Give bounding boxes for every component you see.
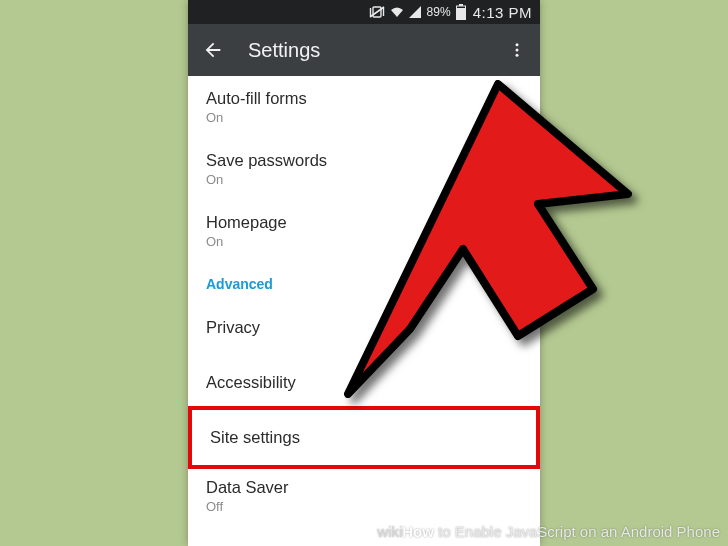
battery-percent: 89% bbox=[427, 5, 451, 19]
watermark: wikiHow to Enable JavaScript on an Andro… bbox=[377, 523, 720, 540]
battery-icon bbox=[456, 4, 466, 20]
signal-icon bbox=[408, 5, 422, 19]
section-advanced: Advanced bbox=[188, 262, 540, 300]
setting-title: Save passwords bbox=[206, 151, 522, 170]
setting-title: Auto-fill forms bbox=[206, 89, 522, 108]
vibrate-icon bbox=[368, 5, 386, 19]
setting-title: Data Saver bbox=[206, 478, 522, 497]
watermark-text: to Enable JavaScript on an Android Phone bbox=[434, 523, 720, 540]
setting-title: Site settings bbox=[210, 428, 518, 447]
svg-line-3 bbox=[370, 7, 384, 17]
setting-autofill-forms[interactable]: Auto-fill forms On bbox=[188, 76, 540, 138]
phone-frame: 89% 4:13 PM Settings Auto-fill forms On … bbox=[188, 0, 540, 546]
setting-save-passwords[interactable]: Save passwords On bbox=[188, 138, 540, 200]
svg-point-7 bbox=[516, 43, 519, 46]
setting-privacy[interactable]: Privacy bbox=[188, 300, 540, 355]
setting-homepage[interactable]: Homepage On bbox=[188, 200, 540, 262]
page-title: Settings bbox=[248, 39, 320, 62]
wifi-icon bbox=[389, 5, 405, 19]
setting-state: On bbox=[206, 110, 522, 125]
watermark-brand-1: wiki bbox=[377, 523, 402, 540]
setting-state: On bbox=[206, 172, 522, 187]
setting-state: Off bbox=[206, 499, 522, 514]
watermark-brand-2: How bbox=[402, 523, 434, 540]
status-time: 4:13 PM bbox=[473, 4, 532, 21]
settings-list: Auto-fill forms On Save passwords On Hom… bbox=[188, 76, 540, 546]
app-bar: Settings bbox=[188, 24, 540, 76]
setting-state: On bbox=[206, 234, 522, 249]
setting-title: Accessibility bbox=[206, 373, 522, 392]
svg-rect-6 bbox=[456, 8, 465, 20]
setting-data-saver[interactable]: Data Saver Off bbox=[188, 465, 540, 527]
setting-title: Homepage bbox=[206, 213, 522, 232]
overflow-menu-icon[interactable] bbox=[508, 41, 526, 59]
back-arrow-icon[interactable] bbox=[202, 39, 224, 61]
status-bar: 89% 4:13 PM bbox=[188, 0, 540, 24]
setting-accessibility[interactable]: Accessibility bbox=[188, 355, 540, 410]
setting-site-settings[interactable]: Site settings bbox=[188, 406, 540, 469]
setting-title: Privacy bbox=[206, 318, 522, 337]
svg-point-9 bbox=[516, 54, 519, 57]
svg-point-8 bbox=[516, 49, 519, 52]
